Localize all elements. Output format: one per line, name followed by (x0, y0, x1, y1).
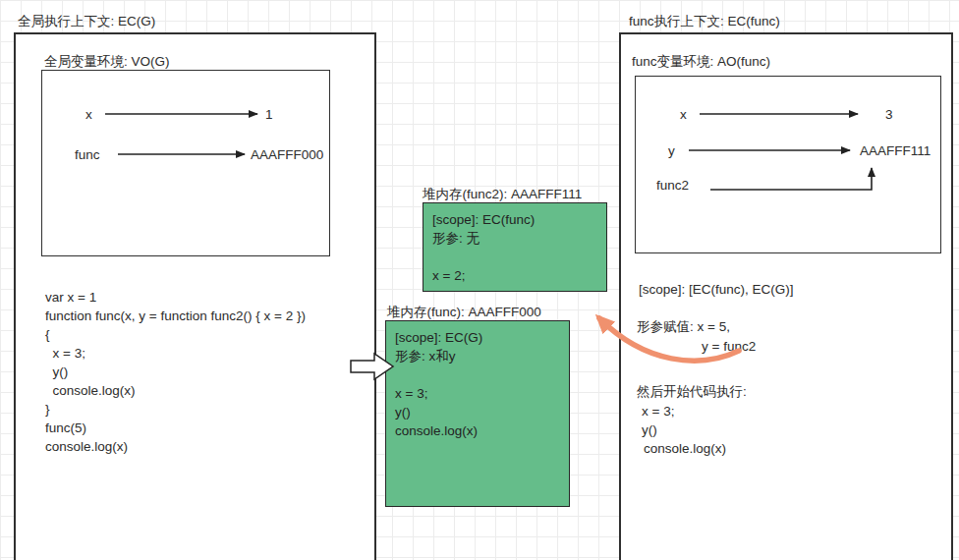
global-vo-title: 全局变量环境: VO(G) (44, 53, 170, 70)
global-var-func-name: func (75, 146, 100, 163)
code-line: x = 3; (45, 345, 85, 362)
global-var-func-value: AAAFFF000 (251, 146, 323, 163)
func-ao-title: func变量环境: AO(func) (632, 53, 770, 70)
func-ao-box (635, 76, 941, 253)
func-var-x-value: 3 (885, 106, 893, 123)
heap-func-code-line: x = 3; (395, 384, 560, 403)
code-line: console.log(x) (45, 438, 128, 455)
code-line: func(5) (45, 420, 86, 436)
global-vo-box (41, 70, 330, 256)
heap-func-box: [scope]: EC(G) 形参: x和y x = 3; y() consol… (385, 320, 570, 507)
heap-func-params: 形参: x和y (395, 347, 560, 365)
heap-func2-title: 堆内存(func2): AAAFFF111 (423, 186, 582, 202)
param-assign-label: 形参赋值: x = 5, (637, 318, 730, 335)
exec-code-line: y() (642, 421, 657, 438)
func-var-x-name: x (680, 106, 687, 123)
spacer (432, 248, 597, 266)
param-assign-line2: y = func2 (702, 338, 756, 355)
global-var-x-value: 1 (265, 106, 273, 123)
heap-func2-params: 形参: 无 (432, 229, 597, 248)
func-var-func2-name: func2 (656, 177, 689, 194)
spacer (395, 365, 560, 384)
heap-func-title: 堆内存(func): AAAFFF000 (387, 304, 541, 320)
code-line: { (45, 326, 50, 343)
exec-code-line: x = 3; (642, 403, 674, 420)
heap-func-code-line: console.log(x) (395, 421, 560, 440)
heap-func2-code-line: x = 2; (432, 266, 597, 285)
func-context-title: func执行上下文: EC(func) (629, 13, 780, 29)
exec-code-line: console.log(x) (644, 440, 726, 457)
heap-func2-scope: [scope]: EC(func) (432, 210, 597, 229)
code-line: y() (45, 364, 68, 380)
exec-start-label: 然后开始代码执行: (637, 383, 747, 400)
func-scope-line: [scope]: [EC(func), EC(G)] (639, 281, 794, 298)
code-line: } (45, 401, 50, 418)
heap-func2-box: [scope]: EC(func) 形参: 无 x = 2; (423, 202, 607, 292)
func-var-y-value: AAAFFF111 (860, 142, 931, 159)
global-var-x-name: x (85, 106, 92, 123)
global-context-title: 全局执行上下文: EC(G) (18, 13, 155, 29)
func-var-y-name: y (668, 142, 675, 159)
diagram-canvas: 全局执行上下文: EC(G) 全局变量环境: VO(G) x 1 func AA… (0, 0, 959, 560)
heap-func-code-line: y() (395, 403, 560, 421)
code-line: var x = 1 (45, 289, 96, 306)
heap-func-scope: [scope]: EC(G) (395, 328, 560, 347)
code-line: console.log(x) (45, 382, 136, 399)
code-line: function func(x, y = function func2() { … (45, 308, 306, 324)
